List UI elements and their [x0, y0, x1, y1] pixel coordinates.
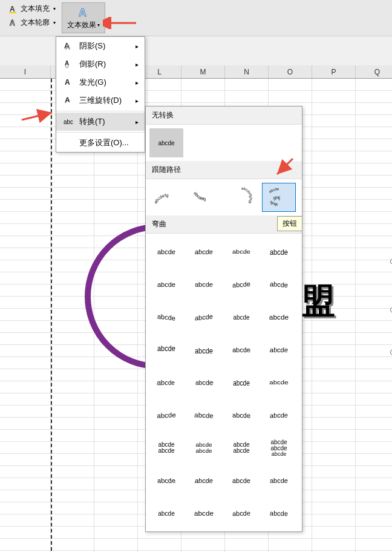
- grid-cell[interactable]: [51, 527, 94, 538]
- grid-cell[interactable]: [312, 406, 356, 417]
- grid-cell[interactable]: [51, 345, 94, 356]
- warp-option[interactable]: abcde: [187, 466, 221, 495]
- grid-cell[interactable]: [0, 478, 51, 490]
- grid-cell[interactable]: [0, 418, 51, 429]
- grid-cell[interactable]: [0, 539, 51, 550]
- grid-cell[interactable]: [0, 514, 51, 526]
- grid-cell[interactable]: [0, 430, 51, 441]
- grid-cell[interactable]: [312, 79, 356, 90]
- warp-option[interactable]: abcde: [262, 368, 296, 397]
- grid-cell[interactable]: [51, 466, 94, 478]
- grid-cell[interactable]: [0, 163, 51, 175]
- warp-option[interactable]: abcde: [149, 466, 183, 495]
- warp-option[interactable]: abcde: [224, 237, 258, 266]
- text-outline-button[interactable]: A 文本轮廓 ▾: [5, 16, 59, 29]
- warp-option[interactable]: abcde: [262, 303, 296, 332]
- grid-cell[interactable]: [356, 115, 392, 126]
- warp-option[interactable]: abcde: [224, 368, 258, 397]
- grid-cell[interactable]: [181, 79, 225, 90]
- warp-option[interactable]: abcde: [262, 270, 296, 299]
- grid-cell[interactable]: [356, 418, 392, 429]
- menu-glow[interactable]: A 发光(G) ▸: [56, 73, 145, 91]
- warp-option[interactable]: abcde: [224, 401, 258, 430]
- grid-cell[interactable]: [94, 502, 138, 514]
- grid-cell[interactable]: [312, 466, 356, 478]
- grid-cell[interactable]: [51, 393, 94, 405]
- grid-cell[interactable]: [51, 321, 94, 332]
- grid-cell[interactable]: [312, 163, 356, 175]
- grid-cell[interactable]: [94, 514, 138, 526]
- grid-cell[interactable]: [181, 91, 225, 102]
- grid-cell[interactable]: [51, 539, 94, 550]
- grid-cell[interactable]: [356, 248, 392, 260]
- warp-option[interactable]: abcde: [224, 466, 258, 495]
- grid-cell[interactable]: [51, 224, 94, 235]
- grid-cell[interactable]: [94, 163, 138, 175]
- menu-shadow[interactable]: AA 阴影(S) ▸: [56, 37, 145, 55]
- grid-cell[interactable]: [356, 442, 392, 453]
- grid-cell[interactable]: [356, 79, 392, 90]
- text-fill-button[interactable]: A 文本填充 ▾: [5, 2, 59, 15]
- grid-cell[interactable]: [356, 224, 392, 235]
- grid-cell[interactable]: [356, 91, 392, 102]
- col-header[interactable]: M: [181, 65, 225, 78]
- grid-cell[interactable]: [312, 176, 356, 187]
- grid-cell[interactable]: [356, 139, 392, 151]
- grid-cell[interactable]: [0, 297, 51, 308]
- grid-cell[interactable]: [0, 79, 51, 90]
- grid-cell[interactable]: [0, 345, 51, 356]
- grid-cell[interactable]: [0, 200, 51, 211]
- grid-cell[interactable]: [51, 381, 94, 393]
- grid-cell[interactable]: [0, 490, 51, 502]
- grid-cell[interactable]: [0, 224, 51, 235]
- grid-cell[interactable]: [356, 466, 392, 478]
- no-transform-option[interactable]: abcde: [149, 128, 183, 157]
- grid-cell[interactable]: [94, 527, 138, 538]
- grid-cell[interactable]: [51, 188, 94, 199]
- warp-option[interactable]: abcde: [262, 466, 296, 495]
- grid-cell[interactable]: [312, 539, 356, 550]
- grid-cell[interactable]: [312, 527, 356, 538]
- grid-cell[interactable]: [356, 127, 392, 139]
- grid-cell[interactable]: [51, 163, 94, 175]
- grid-cell[interactable]: [356, 176, 392, 187]
- grid-cell[interactable]: [0, 236, 51, 248]
- grid-cell[interactable]: [356, 200, 392, 211]
- grid-cell[interactable]: [94, 393, 138, 405]
- warp-option[interactable]: abcde: [262, 401, 296, 430]
- menu-more-settings[interactable]: 更多设置(O)...: [56, 134, 145, 152]
- grid-cell[interactable]: [0, 272, 51, 284]
- grid-cell[interactable]: [94, 406, 138, 417]
- grid-cell[interactable]: [94, 478, 138, 490]
- path-arch-up[interactable]: abcdefg: [187, 183, 221, 212]
- grid-cell[interactable]: [312, 248, 356, 260]
- grid-cell[interactable]: [312, 490, 356, 502]
- grid-cell[interactable]: [312, 430, 356, 441]
- grid-cell[interactable]: [312, 127, 356, 139]
- grid-cell[interactable]: [269, 79, 312, 90]
- grid-cell[interactable]: [0, 502, 51, 514]
- warp-option[interactable]: abcdeabcde: [149, 433, 183, 462]
- path-circle[interactable]: abcdefghijk: [224, 183, 258, 212]
- grid-cell[interactable]: [94, 176, 138, 187]
- grid-cell[interactable]: [94, 490, 138, 502]
- warp-option[interactable]: abcde: [149, 270, 183, 299]
- grid-cell[interactable]: [312, 478, 356, 490]
- grid-cell[interactable]: [51, 430, 94, 441]
- warp-option[interactable]: abcde: [224, 270, 258, 299]
- grid-cell[interactable]: [51, 357, 94, 369]
- grid-cell[interactable]: [356, 406, 392, 417]
- grid-cell[interactable]: [356, 236, 392, 248]
- grid-cell[interactable]: [0, 381, 51, 393]
- grid-cell[interactable]: [51, 490, 94, 502]
- warp-option[interactable]: abcde: [187, 270, 221, 299]
- grid-cell[interactable]: [0, 357, 51, 369]
- grid-cell[interactable]: [94, 212, 138, 223]
- grid-cell[interactable]: [94, 381, 138, 393]
- grid-cell[interactable]: [181, 539, 225, 550]
- grid-cell[interactable]: [356, 490, 392, 502]
- grid-cell[interactable]: [356, 393, 392, 405]
- grid-cell[interactable]: [0, 284, 51, 296]
- grid-cell[interactable]: [356, 212, 392, 223]
- grid-cell[interactable]: [312, 103, 356, 114]
